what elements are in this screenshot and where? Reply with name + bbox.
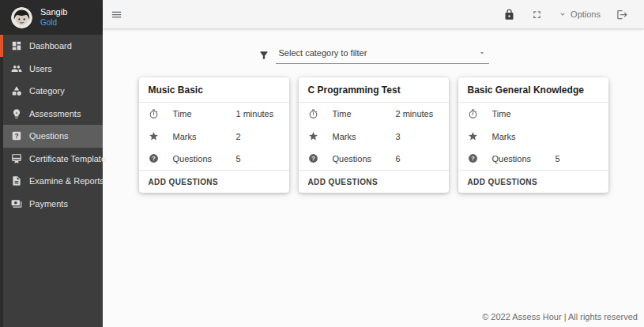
card-row-marks: Marks 2 — [139, 125, 289, 147]
user-badge: Gold — [40, 18, 67, 28]
card-row-label: Time — [173, 109, 236, 118]
timer-icon — [149, 109, 173, 119]
options-dropdown[interactable]: Options — [559, 9, 601, 19]
svg-text:?: ? — [471, 156, 475, 163]
assessment-card-music-basic: Music Basic Time 1 minutes Marks 2 — [139, 77, 289, 193]
card-row-label: Marks — [173, 132, 236, 141]
footer-copyright: © 2022 Assess Hour | All rights reserved — [482, 312, 644, 327]
card-row-value: 5 — [555, 154, 599, 164]
card-row-value: 2 — [236, 132, 280, 141]
card-row-value: 1 minutes — [236, 109, 280, 118]
sidebar-item-dashboard[interactable]: Dashboard — [0, 35, 103, 58]
topbar: Options — [103, 0, 644, 28]
user-panel[interactable]: Sangib Gold — [0, 0, 103, 35]
sidebar-item-examine-reports[interactable]: Examine & Reports — [0, 170, 103, 193]
payments-icon — [11, 198, 22, 209]
svg-text:?: ? — [152, 156, 156, 163]
add-questions-button[interactable]: ADD QUESTIONS — [458, 170, 608, 193]
card-row-value: 2 minutes — [396, 109, 439, 118]
card-row-time: Time 1 minutes — [139, 103, 289, 125]
card-row-value: 6 — [396, 154, 439, 164]
sidebar-item-label: Assessments — [29, 109, 81, 118]
card-row-value: 5 — [236, 154, 280, 164]
svg-text:?: ? — [311, 156, 315, 163]
content: Select category to filter Music Basic Ti… — [103, 28, 644, 327]
sidebar-item-assessments[interactable]: Assessments — [0, 103, 103, 126]
fullscreen-button[interactable] — [531, 9, 543, 21]
star-icon — [149, 131, 173, 141]
sidebar-item-label: Category — [29, 86, 65, 96]
card-row-questions: ? Questions 6 — [299, 148, 449, 170]
card-row-time: Time 2 minutes — [299, 103, 449, 125]
help-icon: ? — [308, 153, 333, 164]
dashboard-icon — [11, 40, 22, 51]
assessment-card-c-programming-test: C Programming Test Time 2 minutes Marks — [299, 77, 449, 193]
sidebar-item-category[interactable]: Category — [0, 80, 103, 103]
sidebar-item-label: Payments — [29, 199, 68, 209]
card-title: Basic General Knowledge — [458, 77, 608, 103]
lightbulb-icon — [11, 108, 22, 119]
add-questions-button[interactable]: ADD QUESTIONS — [299, 170, 449, 193]
sidebar-item-questions[interactable]: ? Questions — [0, 125, 103, 148]
card-row-label: Time — [333, 109, 396, 118]
timer-icon — [468, 109, 492, 119]
category-filter-select[interactable]: Select category to filter — [276, 47, 489, 64]
sidebar-menu: Dashboard Users Category Assessments — [0, 35, 103, 215]
select-placeholder: Select category to filter — [279, 48, 367, 58]
filter-funnel-icon — [258, 50, 269, 61]
card-row-label: Questions — [333, 154, 396, 164]
user-name: Sangib — [40, 7, 67, 18]
sidebar-item-label: Users — [29, 64, 52, 73]
card-row-questions: ? Questions 5 — [139, 148, 289, 170]
app-root: Sangib Gold Dashboard Users — [0, 0, 644, 327]
card-title: Music Basic — [139, 77, 289, 103]
sidebar-item-label: Examine & Reports — [29, 176, 104, 186]
card-row-questions: ? Questions 5 — [458, 148, 608, 170]
card-row-label: Questions — [492, 154, 555, 164]
add-questions-button[interactable]: ADD QUESTIONS — [139, 170, 289, 193]
timer-icon — [308, 109, 333, 119]
question-box-icon: ? — [11, 130, 22, 141]
chevron-down-icon — [559, 10, 567, 18]
users-icon — [11, 63, 22, 74]
sidebar-rail — [0, 35, 3, 327]
sidebar-item-label: Dashboard — [29, 41, 72, 51]
category-filter: Select category to filter — [258, 47, 489, 64]
topbar-actions: Options — [503, 9, 628, 21]
category-icon — [11, 85, 22, 96]
logout-button[interactable] — [616, 9, 628, 21]
sidebar-item-label: Certificate Template — [29, 154, 106, 164]
certificate-icon — [11, 153, 22, 164]
help-icon: ? — [468, 153, 492, 164]
dropdown-arrow-icon — [478, 49, 486, 57]
star-icon — [308, 131, 333, 141]
card-title: C Programming Test — [299, 77, 449, 103]
sidebar-item-users[interactable]: Users — [0, 58, 103, 81]
svg-text:?: ? — [15, 133, 19, 140]
card-row-marks: Marks — [458, 125, 608, 147]
menu-toggle-button[interactable] — [111, 9, 122, 21]
star-icon — [468, 131, 492, 141]
sidebar: Sangib Gold Dashboard Users — [0, 0, 103, 327]
user-text: Sangib Gold — [40, 7, 67, 28]
card-row-value: 3 — [396, 132, 439, 141]
card-row-marks: Marks 3 — [299, 125, 449, 147]
help-icon: ? — [149, 153, 173, 164]
fullscreen-icon — [531, 9, 543, 21]
options-label: Options — [571, 9, 601, 19]
logout-icon — [616, 9, 628, 21]
main-area: Options Select category to filter — [103, 0, 644, 327]
assessment-cards: Music Basic Time 1 minutes Marks 2 — [103, 77, 644, 193]
lock-button[interactable] — [503, 9, 515, 21]
sidebar-item-certificate-template[interactable]: Certificate Template — [0, 148, 103, 171]
report-doc-icon — [11, 175, 22, 186]
active-route-indicator — [0, 35, 3, 57]
card-row-label: Time — [492, 109, 555, 118]
sidebar-item-payments[interactable]: Payments — [0, 193, 103, 216]
menu-icon — [111, 9, 122, 21]
card-row-time: Time — [458, 103, 608, 125]
lock-icon — [503, 9, 515, 21]
card-row-label: Marks — [333, 132, 396, 141]
assessment-card-basic-general-knowledge: Basic General Knowledge Time Marks — [458, 77, 608, 193]
card-row-label: Marks — [492, 132, 555, 141]
